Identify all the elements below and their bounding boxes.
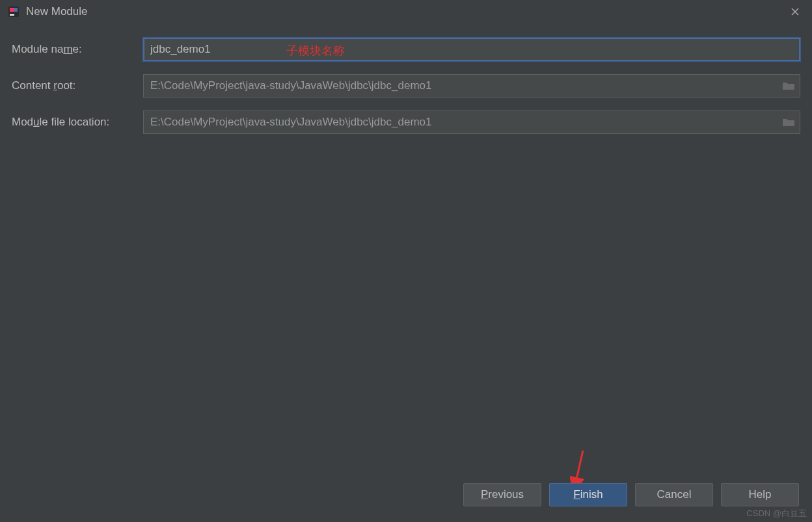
button-bar: Previous Finish Cancel Help	[463, 483, 799, 506]
svg-line-6	[575, 450, 583, 485]
svg-rect-3	[10, 14, 14, 16]
intellij-icon	[8, 6, 20, 18]
titlebar: New Module	[0, 0, 812, 23]
cancel-button[interactable]: Cancel	[635, 483, 713, 506]
help-button[interactable]: Help	[721, 483, 799, 506]
module-name-input[interactable]	[143, 38, 800, 61]
help-label: Help	[749, 488, 772, 501]
module-file-location-label: Module file location:	[12, 116, 143, 129]
content-root-input[interactable]	[143, 74, 800, 98]
cancel-label: Cancel	[657, 488, 692, 501]
module-file-location-row: Module file location:	[12, 111, 800, 134]
form-area: Module name: Content root: Module file l…	[0, 23, 812, 134]
watermark: CSDN @白豆五	[746, 508, 807, 519]
content-root-row: Content root:	[12, 74, 800, 98]
finish-button[interactable]: Finish	[549, 483, 627, 506]
previous-button[interactable]: Previous	[463, 483, 541, 506]
svg-rect-1	[10, 8, 14, 12]
module-file-location-input[interactable]	[143, 111, 800, 134]
finish-label: inish	[580, 488, 603, 501]
close-button[interactable]	[786, 3, 804, 21]
previous-label: revious	[488, 488, 524, 501]
svg-rect-2	[14, 8, 18, 12]
module-name-row: Module name:	[12, 38, 800, 61]
close-icon	[791, 7, 800, 16]
module-name-label: Module name:	[12, 43, 143, 56]
content-root-label: Content root:	[12, 79, 143, 92]
window-title: New Module	[26, 5, 786, 18]
